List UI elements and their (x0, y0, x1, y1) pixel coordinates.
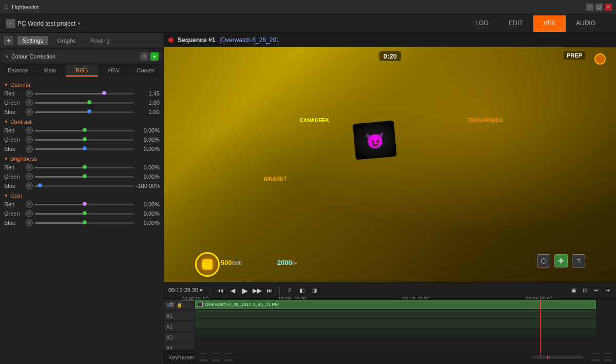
gain-green-value: 0.00% (136, 210, 160, 217)
cc-icons: ⊙ ● (140, 52, 159, 61)
timeline-tracks: V1 A1 A2 A3 A4 Overwatch 8_28_2017 3_43_… (164, 299, 616, 353)
contrast-green-track[interactable] (35, 139, 134, 141)
mark-in-button[interactable]: ▣ (569, 286, 578, 295)
cc-triangle: ▼ (5, 54, 9, 59)
tab-settings[interactable]: Settings (17, 36, 48, 45)
kf-timeline-mini[interactable] (532, 356, 583, 359)
cc-settings-button[interactable]: ● (150, 52, 159, 61)
undo-button[interactable]: ↩ (591, 286, 601, 295)
track-label-a3: A3 (164, 333, 194, 342)
subtab-rgb[interactable]: RGB (66, 65, 98, 76)
gamma-blue-track[interactable] (35, 111, 134, 113)
redo-button[interactable]: ↪ (603, 286, 612, 295)
mark-out-button[interactable]: ⊡ (580, 286, 589, 295)
gain-red-icon[interactable]: ↺ (26, 201, 33, 208)
contrast-red-track[interactable] (35, 130, 134, 131)
cc-title-area: ▼ Colour Correction (5, 53, 55, 60)
clip-out-button[interactable]: ◨ (310, 286, 319, 295)
brightness-green-row: Green ↺ 0.00% (2, 172, 162, 181)
gamma-blue-row: Blue ↺ 1.00 (2, 107, 162, 117)
app-icon: ⬡ (4, 4, 9, 10)
brightness-blue-track[interactable] (35, 185, 134, 187)
gamma-red-icon[interactable]: ↺ (26, 90, 33, 97)
skip-end-button[interactable]: ⏭ (265, 286, 274, 295)
audio-track-3[interactable] (195, 329, 596, 337)
video-clip[interactable]: Overwatch 8_28_2017 3_43_41 PM (195, 300, 596, 309)
brightness-blue-label: Blue (4, 183, 24, 189)
close-button[interactable]: × (605, 4, 612, 11)
gain-green-row: Green ↺ 0.00% (2, 209, 162, 218)
next-frame-button[interactable]: ▶▶ (253, 286, 262, 295)
gamma-red-track[interactable] (35, 93, 134, 94)
contrast-blue-icon[interactable]: ↺ (26, 145, 33, 152)
tab-log[interactable]: LOG (465, 15, 498, 32)
gain-blue-value: 0.00% (136, 220, 160, 226)
gamma-green-track[interactable] (35, 102, 134, 104)
skip-start-button[interactable]: ⏮ (216, 286, 225, 295)
tab-graphs[interactable]: Graphs (52, 36, 81, 45)
subtab-hsv[interactable]: HSV (98, 65, 130, 76)
ctrl-sep-2 (279, 286, 280, 295)
video-canvas[interactable]: 0:20 PREP CANAGEEK TRASHPANDA AIKARUT 50… (164, 47, 616, 282)
gamma-section[interactable]: Gamma (2, 80, 162, 89)
prev-frame-button[interactable]: ◀ (228, 286, 237, 295)
gamma-green-icon[interactable]: ↺ (26, 99, 33, 106)
clip-in-button[interactable]: ◧ (297, 286, 306, 295)
gain-green-track[interactable] (35, 213, 134, 215)
gain-blue-track[interactable] (35, 222, 134, 224)
brightness-green-track[interactable] (35, 176, 134, 178)
clip-name: Overwatch 8_28_2017 3_43_41 PM (205, 302, 279, 307)
project-icon: ← (6, 19, 15, 28)
tab-routing[interactable]: Routing (85, 36, 115, 45)
player-timecode[interactable]: 00:15:28.30 ▾ (168, 287, 203, 294)
game-monster-icon: 😈 (353, 121, 397, 160)
game-player-label-3: AIKARUT (264, 176, 287, 182)
subtab-main[interactable]: Main (34, 65, 66, 76)
sequence-name: Sequence #1 (178, 36, 215, 44)
loop-button[interactable]: ⧖ (285, 286, 294, 295)
brightness-red-icon[interactable]: ↺ (26, 164, 33, 171)
gain-red-track[interactable] (35, 204, 134, 205)
tab-vfx[interactable]: VFX (533, 15, 566, 32)
timeline-lock-icon[interactable]: 🔒 (175, 300, 184, 310)
game-ammo-alt: 2000/∞ (277, 259, 297, 266)
gamma-green-label: Green (4, 100, 24, 106)
contrast-blue-track[interactable] (35, 148, 134, 150)
brightness-red-track[interactable] (35, 167, 134, 168)
contrast-section[interactable]: Contrast (2, 117, 162, 126)
audio-track-2[interactable] (195, 319, 596, 328)
right-content: Sequence #1 [Overwatch 8_28_201 0:20 PRE… (164, 33, 616, 364)
gain-green-icon[interactable]: ↺ (26, 210, 33, 217)
subtab-balance[interactable]: Balance (2, 65, 34, 76)
video-header: Sequence #1 [Overwatch 8_28_201 (164, 33, 616, 47)
brightness-blue-icon[interactable]: ↺ (26, 182, 33, 189)
contrast-green-icon[interactable]: ↺ (26, 136, 33, 143)
video-area: Sequence #1 [Overwatch 8_28_201 0:20 PRE… (164, 33, 616, 298)
maximize-button[interactable]: □ (595, 4, 603, 11)
audio-track-1[interactable] (195, 310, 596, 318)
brightness-green-label: Green (4, 174, 24, 180)
ctrl-right-icons: ▣ ⊡ ↩ ↪ (569, 286, 612, 295)
ctrl-sep-1 (210, 286, 210, 295)
titlebar-left: ⬡ Lightworks (4, 4, 39, 10)
contrast-red-icon[interactable]: ↺ (26, 127, 33, 134)
minimize-button[interactable]: − (586, 4, 593, 11)
brightness-green-icon[interactable]: ↺ (26, 173, 33, 180)
titlebar-controls[interactable]: − □ × (586, 4, 612, 11)
gain-blue-label: Blue (4, 220, 24, 226)
gamma-blue-icon[interactable]: ↺ (26, 108, 33, 116)
track-content: Overwatch 8_28_2017 3_43_41 PM (194, 299, 616, 353)
app-title: Lightworks (12, 4, 39, 10)
cc-link-button[interactable]: ⊙ (140, 52, 148, 61)
play-button[interactable]: ▶ (240, 286, 249, 295)
tab-edit[interactable]: EDIT (498, 15, 533, 32)
cc-subtabs: Balance Main RGB HSV Curves (2, 65, 162, 76)
brightness-section[interactable]: Brightness (2, 154, 162, 163)
gain-red-row: Red ↺ 0.00% (2, 200, 162, 209)
tab-audio[interactable]: AUDIO (566, 15, 606, 32)
gain-blue-icon[interactable]: ↺ (26, 219, 33, 226)
project-arrow[interactable]: ▾ (78, 21, 80, 26)
gain-section[interactable]: Gain (2, 190, 162, 200)
subtab-curves[interactable]: Curves (130, 65, 162, 76)
add-panel-button[interactable]: + (4, 36, 13, 45)
